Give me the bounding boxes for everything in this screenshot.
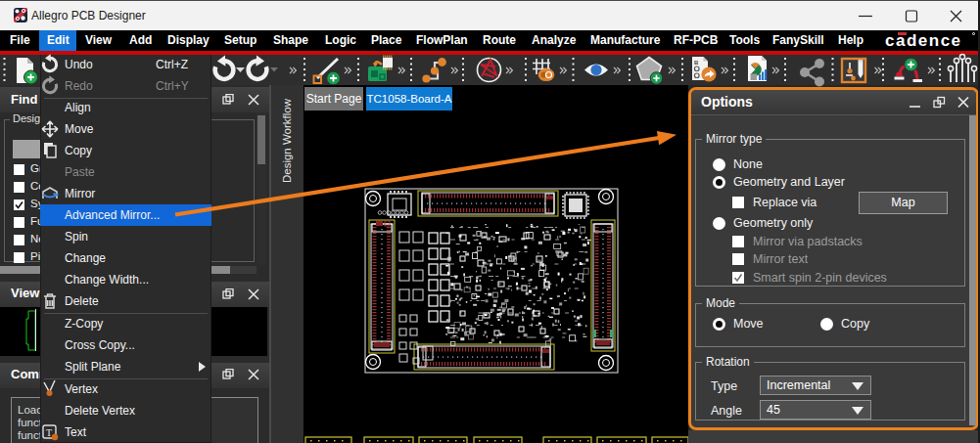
- svg-text:B: B: [694, 60, 699, 66]
- svg-text:T: T: [46, 427, 52, 438]
